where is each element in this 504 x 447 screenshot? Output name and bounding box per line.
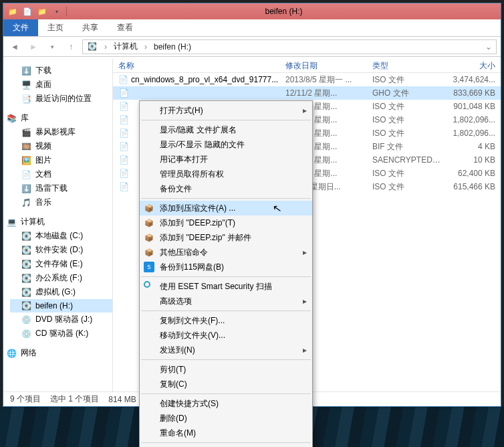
sidebar-item-video[interactable]: 🎞️视频 [10, 139, 112, 153]
file-type: ISO 文件 [367, 114, 447, 126]
ctx-show-hide-hidden[interactable]: 显示/不显示 隐藏的文件 [140, 137, 312, 152]
ctx-rename[interactable]: 重命名(M) [140, 426, 312, 440]
file-type: ISO 文件 [367, 74, 447, 86]
file-row[interactable]: 📄cn_windows_8_pro_vl_x64_dvd_91777...201… [113, 73, 501, 86]
ctx-move-to-folder[interactable]: 移动到文件夹(V)... [140, 328, 312, 343]
sidebar-item-drive-j[interactable]: 💿DVD 驱动器 (J:) [10, 312, 112, 327]
file-icon: 📄 [118, 181, 129, 192]
sidebar-item-drive-d[interactable]: 💽软件安装 (D:) [10, 243, 112, 257]
back-button[interactable]: ◄ [7, 39, 22, 54]
cd-icon: 💿 [21, 329, 31, 339]
sidebar-item-drive-e[interactable]: 💽文件存储 (E:) [10, 257, 112, 271]
drive-icon: 💽 [21, 273, 31, 284]
file-size: 62,400 KB [447, 169, 501, 178]
sidebar-item-recent[interactable]: 📑最近访问的位置 [10, 92, 112, 106]
file-size: 1,802,096... [447, 128, 501, 138]
sidebar-item-music[interactable]: 🎵音乐 [10, 195, 112, 209]
sidebar-item-drive-k[interactable]: 💿CD 驱动器 (K:) [10, 327, 112, 341]
title-bar: 📁 📄 📁 ▾ beifen (H:) [3, 3, 501, 19]
ctx-eset-advanced[interactable]: 高级选项▸ [140, 294, 312, 308]
status-count: 9 个项目 [10, 393, 41, 405]
file-type: GHO 文件 [367, 88, 447, 99]
breadcrumb-computer[interactable]: 计算机 [114, 41, 138, 52]
ctx-add-deep-zip[interactable]: 📦添加到 "DEEP.zip"(T) [140, 215, 312, 230]
file-icon: 📄 [118, 141, 129, 152]
address-bar[interactable]: 💽 › 计算机 › beifen (H:) ⌄ [82, 39, 497, 54]
ctx-copy[interactable]: 复制(C) [140, 377, 312, 391]
address-dropdown-icon[interactable]: ⌄ [485, 42, 492, 52]
ctx-open-with[interactable]: 打开方式(H)▸ [140, 103, 312, 118]
sidebar-group-computer[interactable]: 💻计算机 [6, 216, 112, 228]
xunlei-icon: ⬇️ [21, 183, 31, 194]
forward-button[interactable]: ► [26, 39, 41, 54]
file-type: SAENCRYPTEDR... [367, 155, 447, 165]
file-row[interactable]: 📄12/11/2 星期...GHO 文件833,669 KB [113, 86, 501, 100]
file-size: 901,048 KB [447, 102, 501, 111]
baofeng-icon: 🎬 [21, 127, 31, 138]
tab-home[interactable]: 主页 [38, 19, 73, 36]
column-name[interactable]: 名称 [113, 58, 280, 72]
sidebar-item-drive-h[interactable]: 💽beifen (H:) [10, 299, 112, 312]
sidebar-group-network[interactable]: 🌐网络 [6, 347, 112, 359]
ctx-backup-115[interactable]: 5备份到115网盘(B) [140, 260, 312, 274]
ctx-notepad[interactable]: 用记事本打开 [140, 152, 312, 167]
qat-dropdown-icon[interactable]: ▾ [51, 6, 62, 17]
status-selected: 选中 1 个项目 [50, 393, 99, 405]
ctx-cut[interactable]: 剪切(T) [140, 362, 312, 377]
sidebar-item-desktop[interactable]: 🖥️桌面 [10, 78, 112, 92]
sidebar-item-drive-g[interactable]: 💽虚拟机 (G:) [10, 285, 112, 299]
column-size[interactable]: 大小 [447, 58, 501, 72]
column-headers: 名称 修改日期 类型 大小 [113, 58, 501, 73]
column-type[interactable]: 类型 [367, 58, 447, 72]
qat-btn-1[interactable]: 📄 [22, 6, 33, 17]
tab-view[interactable]: 查看 [108, 19, 142, 36]
submenu-arrow-icon: ▸ [303, 345, 307, 355]
ctx-copy-to-folder[interactable]: 复制到文件夹(F)... [140, 313, 312, 328]
ctx-show-hide-ext[interactable]: 显示/隐藏 文件扩展名 [140, 122, 312, 137]
history-dropdown[interactable]: ▾ [45, 39, 59, 54]
sidebar-item-drive-f[interactable]: 💽办公系统 (F:) [10, 271, 112, 285]
sidebar-item-xunlei[interactable]: ⬇️迅雷下载 [10, 181, 112, 195]
ctx-create-shortcut[interactable]: 创建快捷方式(S) [140, 396, 312, 411]
column-date[interactable]: 修改日期 [280, 58, 367, 72]
breadcrumb-drive[interactable]: beifen (H:) [154, 42, 191, 52]
tab-file[interactable]: 文件 [3, 19, 38, 36]
ctx-add-deep-mail[interactable]: 📦添加到 "DEEP.zip" 并邮件 [140, 230, 312, 245]
nav-pane: ⬇️下载 🖥️桌面 📑最近访问的位置 📚库 🎬暴风影视库 🎞️视频 🖼️图片 📄… [3, 58, 113, 391]
documents-icon: 📄 [21, 169, 31, 180]
tab-share[interactable]: 共享 [73, 19, 108, 36]
drive-icon: 💽 [87, 41, 98, 52]
drive-icon: 💽 [21, 245, 31, 256]
archive-icon: 📦 [144, 203, 154, 213]
pictures-icon: 🖼️ [21, 155, 31, 166]
up-button[interactable]: ↑ [64, 39, 78, 54]
file-icon: 📄 [118, 155, 129, 165]
file-size: 833,669 KB [447, 88, 501, 98]
file-icon: 📄 [118, 114, 129, 125]
sidebar-item-baofeng[interactable]: 🎬暴风影视库 [10, 125, 112, 139]
ctx-eset-scan[interactable]: 使用 ESET Smart Security 扫描 [140, 279, 312, 294]
ctx-delete[interactable]: 删除(D) [140, 411, 312, 426]
sidebar-item-documents[interactable]: 📄文档 [10, 167, 112, 181]
file-icon: 📄 [118, 101, 129, 112]
file-type: BIF 文件 [367, 141, 447, 153]
drive-icon: 💽 [21, 300, 31, 311]
qat-btn-2[interactable]: 📁 [37, 6, 47, 17]
network-icon: 🌐 [6, 348, 17, 359]
file-size: 3,474,624... [447, 75, 501, 84]
ctx-take-ownership[interactable]: 管理员取得所有权 [140, 167, 312, 181]
archive-icon: 📦 [144, 247, 154, 258]
sidebar-item-downloads[interactable]: ⬇️下载 [10, 64, 112, 78]
ctx-add-archive[interactable]: 📦添加到压缩文件(A) ... [140, 201, 312, 215]
archive-icon: 📦 [144, 232, 154, 243]
sidebar-group-libraries[interactable]: 📚库 [6, 112, 112, 124]
ctx-other-compress[interactable]: 📦其他压缩命令▸ [140, 245, 312, 260]
ctx-send-to[interactable]: 发送到(N)▸ [140, 343, 312, 357]
archive-icon: 📦 [144, 217, 154, 228]
ribbon-tabs: 文件 主页 共享 查看 [3, 19, 501, 37]
sidebar-item-pictures[interactable]: 🖼️图片 [10, 153, 112, 167]
file-type: ISO 文件 [367, 181, 447, 193]
ctx-backup[interactable]: 备份文件 [140, 181, 312, 196]
music-icon: 🎵 [21, 197, 31, 208]
sidebar-item-drive-c[interactable]: 💽本地磁盘 (C:) [10, 229, 112, 243]
